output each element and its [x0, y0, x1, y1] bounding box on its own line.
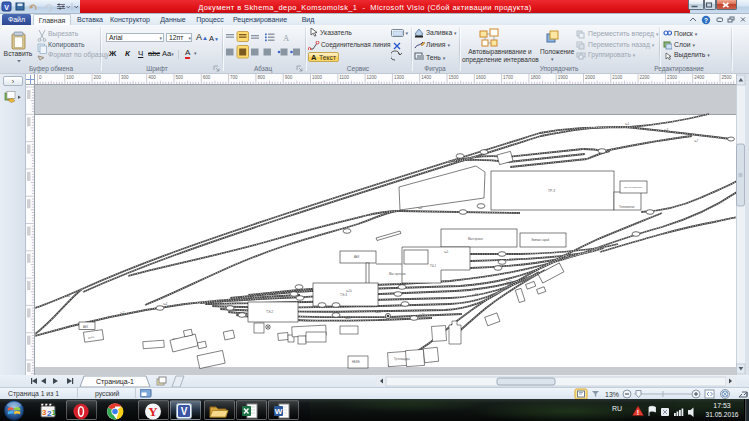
svg-text:№2: №2	[66, 294, 71, 298]
svg-text:1900: 1900	[558, 75, 569, 80]
svg-text:№8: №8	[256, 293, 261, 297]
svg-text:▾: ▾	[406, 30, 409, 36]
svg-text:ТЧ-1: ТЧ-1	[430, 264, 437, 268]
svg-text:900: 900	[285, 75, 293, 80]
svg-text:№5: №5	[444, 250, 449, 254]
svg-text:№14: №14	[375, 310, 381, 314]
svg-text:1100: 1100	[339, 75, 349, 80]
svg-text:2300: 2300	[667, 75, 678, 80]
svg-text:800: 800	[257, 75, 265, 80]
svg-text:700: 700	[230, 75, 238, 80]
svg-text:Страница-1: Страница-1	[96, 378, 134, 386]
svg-text:АБК: АБК	[83, 325, 88, 329]
svg-text:1700: 1700	[503, 75, 514, 80]
svg-text:1: 1	[52, 408, 57, 417]
svg-text:300: 300	[121, 75, 129, 80]
svg-text:600: 600	[203, 75, 211, 80]
svg-text:№23: №23	[472, 293, 478, 297]
svg-text:2100: 2100	[612, 75, 623, 80]
svg-text:Y: Y	[148, 404, 158, 419]
svg-text:ТЭ-2: ТЭ-2	[266, 310, 273, 314]
svg-text:Мал прокат: Мал прокат	[468, 237, 484, 241]
svg-text:1500: 1500	[449, 75, 460, 80]
svg-text:2500: 2500	[722, 75, 733, 80]
svg-text:!: !	[637, 409, 639, 416]
svg-text:W: W	[275, 407, 283, 416]
svg-text:?: ?	[704, 17, 708, 24]
svg-text:№10: №10	[346, 289, 352, 293]
svg-text:Тр площадка: Тр площадка	[394, 357, 410, 361]
svg-text:№20: №20	[419, 313, 425, 317]
svg-text:V: V	[4, 4, 9, 11]
svg-text:№2: №2	[120, 311, 125, 315]
svg-text:№16: №16	[345, 316, 351, 320]
svg-text:100: 100	[66, 75, 74, 80]
svg-text:№7: №7	[694, 139, 699, 143]
svg-text:НБЖБ: НБЖБ	[352, 360, 360, 364]
svg-text:1200: 1200	[367, 75, 378, 80]
svg-text:1300: 1300	[394, 75, 405, 80]
svg-text:№1: №1	[625, 122, 630, 126]
svg-text:АБК: АБК	[354, 255, 360, 259]
svg-text:1400: 1400	[421, 75, 432, 80]
svg-text:№9: №9	[418, 206, 423, 210]
svg-text:2000: 2000	[585, 75, 596, 80]
svg-text:№3: №3	[664, 128, 669, 132]
svg-text:1000: 1000	[312, 75, 323, 80]
svg-text:ТР-3: ТР-3	[548, 189, 555, 193]
svg-text:№6: №6	[218, 300, 223, 304]
svg-text:Тепловозная: Тепловозная	[619, 205, 635, 209]
svg-text:2200: 2200	[640, 75, 651, 80]
svg-text:2400: 2400	[694, 75, 705, 80]
svg-text:V: V	[181, 406, 188, 417]
svg-text:ТЭ-3: ТЭ-3	[340, 293, 347, 297]
svg-text:500: 500	[176, 75, 184, 80]
svg-text:1800: 1800	[530, 75, 541, 80]
svg-text:0: 0	[39, 75, 42, 80]
svg-text:Цех по покраске: Цех по покраске	[624, 186, 643, 189]
svg-text:1600: 1600	[476, 75, 487, 80]
svg-text:A: A	[283, 33, 290, 43]
svg-text:13%: 13%	[605, 391, 619, 398]
svg-text:Экипаж сарай: Экипаж сарай	[531, 238, 550, 242]
svg-text:Мас прессов: Мас прессов	[389, 272, 406, 276]
svg-text:400: 400	[148, 75, 156, 80]
svg-text:200: 200	[94, 75, 102, 80]
svg-text:№25: №25	[506, 280, 512, 284]
svg-text:№4: №4	[163, 302, 168, 306]
